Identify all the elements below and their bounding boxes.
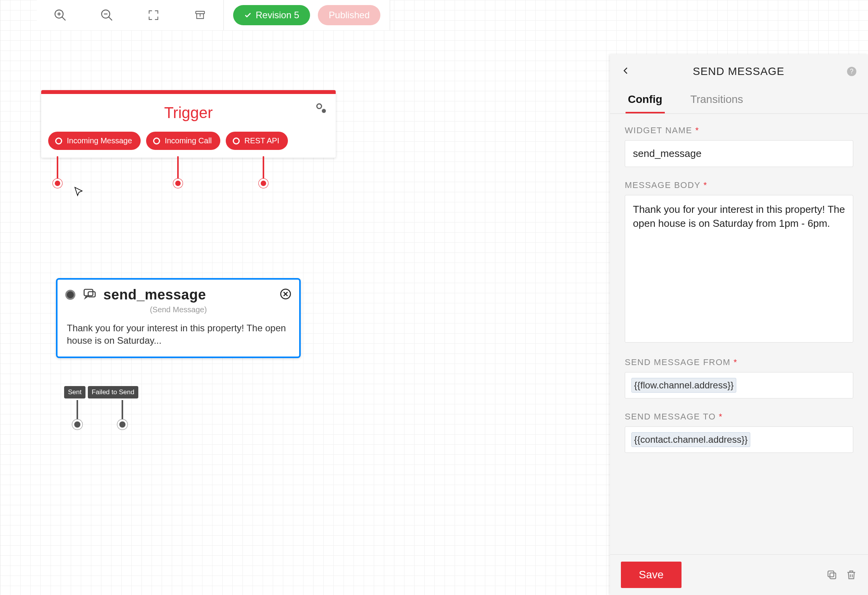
duplicate-icon[interactable] xyxy=(826,569,838,581)
zoom-out-icon xyxy=(100,8,114,22)
output-failed[interactable]: Failed to Send xyxy=(88,386,138,398)
widget-subtitle: (Send Message) xyxy=(58,305,299,314)
ring-icon xyxy=(233,137,240,144)
close-circle-icon xyxy=(280,288,291,300)
trigger-output-incoming-message[interactable]: Incoming Message xyxy=(48,132,141,150)
widget-delete-button[interactable] xyxy=(280,288,291,301)
config-panel: SEND MESSAGE ? Config Transitions WIDGET… xyxy=(610,54,868,595)
gears-icon xyxy=(314,101,328,115)
published-pill[interactable]: Published xyxy=(318,5,380,25)
pill-label: REST API xyxy=(244,136,279,145)
message-body-label: MESSAGE BODY * xyxy=(625,180,853,190)
widget-name-label: WIDGET NAME * xyxy=(625,125,853,136)
liquid-token[interactable]: {{flow.channel.address}} xyxy=(631,378,736,393)
svg-rect-7 xyxy=(196,11,205,14)
chat-icon xyxy=(82,287,96,303)
panel-back-button[interactable] xyxy=(622,66,630,77)
widget-title: send_message xyxy=(103,287,206,303)
expand-icon xyxy=(148,9,159,21)
zoom-in-button[interactable] xyxy=(37,0,84,30)
tab-config[interactable]: Config xyxy=(626,87,665,113)
svg-line-5 xyxy=(109,17,112,21)
chevron-left-icon xyxy=(622,66,630,75)
trigger-settings-button[interactable] xyxy=(314,101,328,117)
svg-rect-15 xyxy=(830,573,836,579)
widget-body-preview: Thank you for your interest in this prop… xyxy=(58,314,299,350)
svg-point-9 xyxy=(322,109,326,113)
panel-help-button[interactable]: ? xyxy=(847,67,856,76)
connector-handle[interactable] xyxy=(173,179,183,188)
widget-outputs: Sent Failed to Send xyxy=(64,386,138,398)
panel-tabs: Config Transitions xyxy=(610,87,868,114)
archive-icon xyxy=(194,9,206,21)
trash-icon[interactable] xyxy=(845,569,857,581)
cursor-icon xyxy=(73,186,84,197)
trigger-title: Trigger xyxy=(164,104,213,121)
revision-label: Revision 5 xyxy=(256,10,299,21)
revision-pill[interactable]: Revision 5 xyxy=(233,5,310,25)
connector-handle[interactable] xyxy=(53,179,62,188)
zoom-in-icon xyxy=(53,8,67,22)
output-sent[interactable]: Sent xyxy=(64,386,85,398)
widget-status-dot xyxy=(65,290,75,300)
zoom-out-button[interactable] xyxy=(84,0,130,30)
trigger-widget[interactable]: Trigger Incoming Message Incoming Call R… xyxy=(41,90,336,158)
ring-icon xyxy=(55,137,62,144)
connector-handle[interactable] xyxy=(259,179,268,188)
svg-rect-16 xyxy=(828,571,834,577)
panel-body[interactable]: WIDGET NAME * MESSAGE BODY * SEND MESSAG… xyxy=(610,114,868,554)
pill-label: Incoming Message xyxy=(67,136,132,145)
send-from-input[interactable]: {{flow.channel.address}} xyxy=(625,372,853,398)
panel-title: SEND MESSAGE xyxy=(638,65,839,78)
send-to-label: SEND MESSAGE TO * xyxy=(625,412,853,422)
ring-icon xyxy=(153,137,160,144)
history-button[interactable] xyxy=(177,0,223,30)
liquid-token[interactable]: {{contact.channel.address}} xyxy=(631,432,750,447)
send-to-input[interactable]: {{contact.channel.address}} xyxy=(625,426,853,453)
pill-label: Incoming Call xyxy=(165,136,212,145)
tab-transitions[interactable]: Transitions xyxy=(688,87,746,113)
trigger-output-incoming-call[interactable]: Incoming Call xyxy=(146,132,220,150)
trigger-output-rest-api[interactable]: REST API xyxy=(226,132,288,150)
svg-line-1 xyxy=(62,17,66,21)
connector-handle[interactable] xyxy=(72,419,82,430)
published-label: Published xyxy=(329,10,370,21)
check-icon xyxy=(244,11,252,19)
send-message-widget[interactable]: send_message (Send Message) Thank you fo… xyxy=(56,278,301,358)
message-body-input[interactable] xyxy=(625,195,853,343)
save-button[interactable]: Save xyxy=(621,562,682,588)
connector-handle[interactable] xyxy=(117,419,127,430)
panel-footer: Save xyxy=(610,554,868,595)
send-from-label: SEND MESSAGE FROM * xyxy=(625,357,853,367)
fit-screen-button[interactable] xyxy=(130,0,177,30)
canvas-toolbar: Revision 5 Published xyxy=(37,0,390,30)
widget-name-input[interactable] xyxy=(625,140,853,167)
